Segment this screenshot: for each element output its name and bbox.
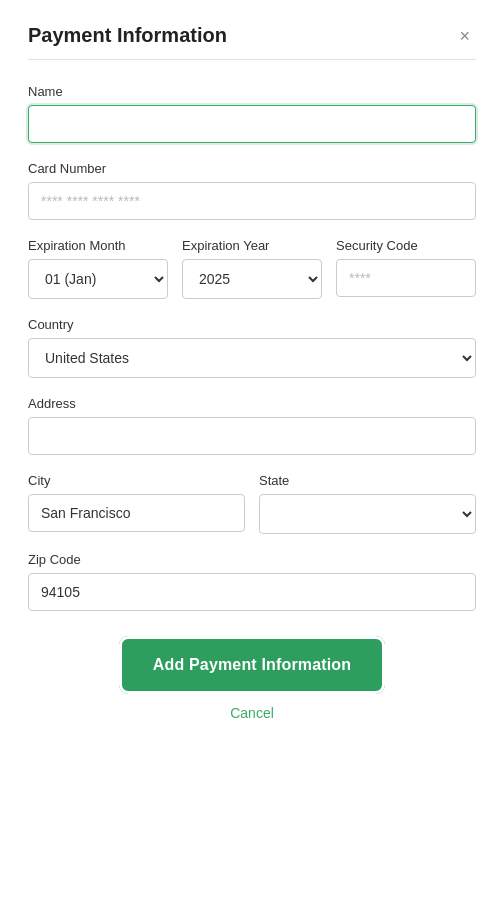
zip-code-label: Zip Code — [28, 552, 476, 567]
cancel-link[interactable]: Cancel — [28, 705, 476, 721]
zip-code-input[interactable] — [28, 573, 476, 611]
close-button[interactable]: × — [453, 25, 476, 47]
form-body: Name Card Number Expiration Month 01 (Ja… — [28, 84, 476, 721]
address-group: Address — [28, 396, 476, 455]
expiration-month-group: Expiration Month 01 (Jan) 02 (Feb) 03 (M… — [28, 238, 168, 299]
name-label: Name — [28, 84, 476, 99]
state-group: State AL AK AZ AR CA CO CT FL GA HI ID I… — [259, 473, 476, 534]
city-group: City — [28, 473, 245, 534]
modal-header: Payment Information × — [28, 24, 476, 60]
city-label: City — [28, 473, 245, 488]
city-state-row: City State AL AK AZ AR CA CO CT FL GA HI — [28, 473, 476, 534]
submit-button[interactable]: Add Payment Information — [122, 639, 382, 691]
security-code-input[interactable] — [336, 259, 476, 297]
card-number-group: Card Number — [28, 161, 476, 220]
expiry-security-row: Expiration Month 01 (Jan) 02 (Feb) 03 (M… — [28, 238, 476, 299]
action-area: Add Payment Information Cancel — [28, 639, 476, 721]
name-group: Name — [28, 84, 476, 143]
security-code-group: Security Code — [336, 238, 476, 299]
state-select[interactable]: AL AK AZ AR CA CO CT FL GA HI ID IL IN N… — [259, 494, 476, 534]
name-input[interactable] — [28, 105, 476, 143]
expiration-year-group: Expiration Year 2025 2026 2027 2028 2029… — [182, 238, 322, 299]
city-input[interactable] — [28, 494, 245, 532]
security-code-label: Security Code — [336, 238, 476, 253]
country-group: Country United States Canada United King… — [28, 317, 476, 378]
country-label: Country — [28, 317, 476, 332]
state-label: State — [259, 473, 476, 488]
expiration-month-label: Expiration Month — [28, 238, 168, 253]
card-number-input[interactable] — [28, 182, 476, 220]
zip-code-group: Zip Code — [28, 552, 476, 611]
country-select[interactable]: United States Canada United Kingdom Aust… — [28, 338, 476, 378]
card-number-label: Card Number — [28, 161, 476, 176]
modal-title: Payment Information — [28, 24, 227, 47]
expiration-year-label: Expiration Year — [182, 238, 322, 253]
expiration-year-select[interactable]: 2025 2026 2027 2028 2029 2030 — [182, 259, 322, 299]
address-label: Address — [28, 396, 476, 411]
expiration-month-select[interactable]: 01 (Jan) 02 (Feb) 03 (Mar) 04 (Apr) 05 (… — [28, 259, 168, 299]
address-input[interactable] — [28, 417, 476, 455]
payment-modal: Payment Information × Name Card Number E… — [0, 0, 504, 900]
